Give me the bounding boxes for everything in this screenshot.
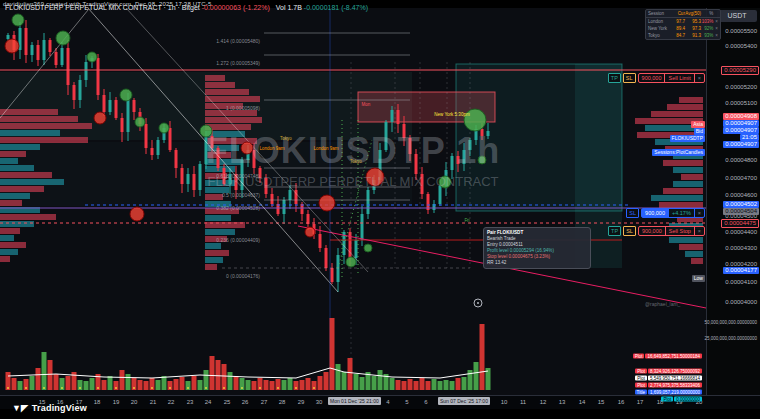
volume-plot-value: 0.00000000 [674,397,702,402]
volume-plot-row: Plot0.00000000 [661,397,702,402]
volume-profile-bar [205,229,235,235]
order-badge-sl[interactable]: SL [623,73,636,83]
order-price-label[interactable]: 0.00005290 [721,66,759,75]
candle-body [79,80,82,100]
candle-body [391,110,394,122]
volume-dot [313,387,315,389]
volume-bar [438,381,443,390]
volume-bar [222,364,227,390]
order-box[interactable]: 900,000Sell Stop× [638,226,705,236]
candle-body [175,150,178,168]
order-box[interactable]: 900,000Sell Limit× [638,73,705,83]
time-axis-tick: 11 [520,399,526,405]
order-quantity[interactable]: 900,000 [642,209,668,217]
order-quantity[interactable]: 900,000 [639,74,665,82]
sell-signal-circle [319,195,335,211]
time-axis-tick: 13 [559,399,566,405]
order-close-icon[interactable]: × [695,209,704,217]
session-table-row[interactable]: New York89.497.392%× [646,25,720,32]
volume-bar [372,376,377,390]
price-axis-value-box: 0.00004177 [723,267,759,274]
order-close-icon[interactable]: × [695,74,704,82]
candle-body [217,148,220,168]
price-axis-value-box: 0.00004907 [723,120,759,127]
order-row[interactable]: TPSL900,000Sell Limit× [608,73,705,83]
order-price-label[interactable]: 0.00004475 [721,219,759,228]
currency-button[interactable]: USDT [717,10,757,22]
volume-dot [205,387,207,389]
volume-profile-bar [0,242,26,248]
volume-profile-bar [673,181,703,187]
volume-profile-bar [205,75,225,81]
price-axis[interactable]: USDT 0.000055000.000054000.000052000.000… [706,8,760,395]
price-axis-label: 0.00005500 [725,28,757,35]
volume-dot [97,387,99,389]
candle-body [355,240,358,258]
candle-body [253,150,256,168]
session-row-close-icon[interactable]: × [713,33,718,38]
indicator-price-tag: FLOKIUSDTP [670,135,705,142]
time-axis-date-box: Sun 07 Dec '25 17:00 [438,397,490,405]
tooltip-line: RR 13.42 [487,260,587,266]
volume-dot [277,387,279,389]
candle-body [181,168,184,184]
volume-bar [420,378,425,390]
candle-body [49,40,52,52]
session-chart-label: London 9am [259,146,284,151]
volume-profile-bar [679,97,703,103]
session-table-row[interactable]: Tokyo84.791.393%× [646,32,720,39]
tradingview-logo[interactable]: ▼◤ TradingView [12,403,87,413]
anchor-marker-dot [477,302,479,304]
volume-plot-tag: Plot [635,369,647,374]
volume-profile-bar [681,174,703,180]
order-box[interactable]: 900,000+4.17%× [641,208,705,218]
volume-plot-row: Plot8,324,926,126.75000092 [635,369,702,374]
price-axis-value-box: 21:05 [740,134,759,141]
order-badge-tp[interactable]: TP [608,226,621,236]
volume-bar [48,360,53,390]
time-axis-tick: 21 [150,399,157,405]
sell-signal-circle [130,207,144,221]
order-badge-sl[interactable]: SL [623,226,636,236]
time-axis-tick: 23 [187,399,194,405]
volume-bar [228,372,233,390]
volume-profile-bar [205,250,229,256]
price-axis-value-box: 0.00004504 [723,208,759,215]
chart-pane[interactable]: FLOKIUSDTP 1h FLOKIUSDTPERP PERPETUAL MI… [0,8,706,395]
volume-profile-bar [667,104,703,110]
candle-body [385,122,388,150]
volume-dot [79,387,81,389]
volume-profile-bar [663,160,703,166]
volume-bar [174,379,179,390]
price-axis-label: 0.00004000 [725,299,757,306]
candle-body [463,150,466,164]
candle-body [487,131,490,136]
candle-body [367,190,370,214]
price-axis-label: 0.00004800 [725,157,757,164]
candle-body [109,100,112,112]
order-quantity[interactable]: 900,000 [639,227,665,235]
fib-level-label: 1.414 (0.00005480) [200,38,260,44]
order-badge-sl[interactable]: SL [626,208,639,218]
time-axis[interactable]: 1516171819202122232425262728293045691011… [0,395,760,409]
session-row-close-icon[interactable]: × [713,19,718,24]
order-close-icon[interactable]: × [695,227,704,235]
time-axis-tick: 15 [598,399,605,405]
volume-bar [42,352,47,390]
legend-symbol[interactable]: FLOKIUSDTPERP PERPETUAL MIX CONTRACT · 1… [5,4,200,11]
volume-profile-bar [0,144,40,150]
order-row[interactable]: SL900,000+4.17%× [626,208,705,218]
session-table-row[interactable]: London97.795.3103%× [646,18,720,25]
session-row-close-icon[interactable]: × [713,26,718,31]
candle-body [271,194,274,204]
volume-plot-value: 16,649,852,751.50000184 [645,354,702,359]
volume-bar [414,381,419,390]
order-badge-tp[interactable]: TP [608,73,621,83]
symbol-legend[interactable]: FLOKIUSDTPERP PERPETUAL MIX CONTRACT · 1… [5,4,368,11]
fib-level-label: 0.5 (0.00004637) [200,192,260,198]
candle-body [55,52,58,65]
order-row[interactable]: TPSL900,000Sell Stop× [608,226,705,236]
time-axis-tick: 26 [242,399,249,405]
time-axis-tick: 27 [261,399,268,405]
volume-bar [54,374,59,390]
